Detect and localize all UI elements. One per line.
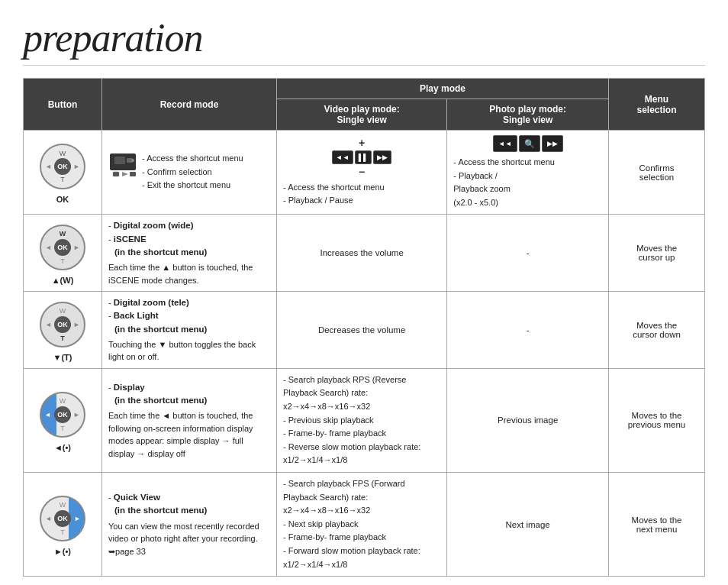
video-cell-w: Increases the volume: [277, 215, 447, 292]
button-cell-t: W T ◄ ► OK ▼(T): [24, 292, 102, 369]
photo-cell-left: Previous image: [447, 368, 609, 472]
col-header-video: Video play mode: Single view: [277, 99, 447, 131]
photo-text-left: Previous image: [498, 415, 558, 425]
video-cell-left: Search playback RPS (Reverse Playback Se…: [277, 368, 447, 472]
record-cell-ok: Access the shortcut menu Confirm selecti…: [102, 131, 277, 215]
record-item: Exit the shortcut menu: [142, 179, 270, 192]
photo-text-right: Next image: [506, 520, 550, 529]
svg-rect-4: [113, 172, 119, 176]
photo-ctrl-zoom-icon: 🔍: [519, 135, 540, 152]
record-text-t: - Digital zoom (tele) - Back Light (in t…: [108, 296, 270, 364]
svg-rect-1: [114, 157, 125, 164]
w-button-icon: W T ◄ ► OK: [40, 225, 85, 270]
table-row: W T ◄ ► OK ▲(W) - Digital zoom (wide) - …: [24, 215, 705, 292]
main-table: Button Record mode Play mode Menu select…: [23, 78, 705, 577]
photo-text-w: -: [527, 248, 530, 257]
button-cell-left: W T ◄ ► OK ◄(•): [24, 368, 102, 472]
button-cell-ok: W T ◄ ► OK OK: [24, 131, 102, 215]
photo-cell-t: -: [447, 292, 609, 369]
record-cell-t: - Digital zoom (tele) - Back Light (in t…: [102, 292, 277, 369]
record-text-ok: Access the shortcut menu Confirm selecti…: [142, 152, 270, 192]
record-cell-right: - Quick View (in the shortcut menu) You …: [102, 473, 277, 577]
svg-rect-6: [130, 172, 136, 176]
video-text-w: Increases the volume: [320, 248, 403, 257]
photo-text-t: -: [527, 325, 530, 335]
menu-text-w: Moves thecursor up: [609, 215, 705, 292]
record-item: Confirm selection: [142, 166, 270, 179]
video-text-t: Decreases the volume: [318, 325, 405, 335]
table-row: W T ◄ ► OK ◄(•) - Display (in the shortc…: [24, 368, 705, 472]
video-cell-right: Search playback FPS (Forward Playback Se…: [277, 473, 447, 577]
col-header-photo: Photo play mode: Single view: [447, 99, 609, 131]
button-cell-w: W T ◄ ► OK ▲(W): [24, 215, 102, 292]
photo-cell-ok: ◄◄ 🔍 ▶▶ Access the shortcut menu Playbac…: [447, 131, 609, 215]
record-item: Access the shortcut menu: [142, 152, 270, 166]
record-text-left: - Display (in the shortcut menu) Each ti…: [108, 381, 270, 461]
photo-ctrl-prev-icon: ◄◄: [493, 135, 517, 152]
col-header-button: Button: [24, 79, 102, 131]
col-header-menu: Menu selection: [609, 79, 705, 131]
table-row: W T ◄ ► OK OK: [24, 131, 705, 215]
menu-text-left: Moves to theprevious menu: [609, 368, 705, 472]
menu-text-right: Moves to thenext menu: [609, 473, 705, 577]
page-title: preparation: [23, 15, 705, 66]
svg-point-3: [131, 159, 134, 162]
photo-cell-w: -: [447, 215, 609, 292]
record-text-right: - Quick View (in the shortcut menu) You …: [108, 491, 270, 558]
button-cell-right: W T ◄ ► OK ►(•): [24, 473, 102, 577]
menu-text-ok: Confirmsselection: [609, 131, 705, 215]
left-label: ◄(•): [54, 443, 71, 452]
video-list-right: Search playback FPS (Forward Playback Se…: [283, 477, 440, 571]
t-button-icon: W T ◄ ► OK: [40, 302, 85, 347]
svg-marker-5: [122, 172, 128, 176]
video-cell-t: Decreases the volume: [277, 292, 447, 369]
video-ctrl-prev-icon: ◄◄: [332, 150, 353, 164]
video-list-left: Search playback RPS (Reverse Playback Se…: [283, 373, 440, 467]
col-header-record: Record mode: [102, 79, 277, 131]
left-button-icon: W T ◄ ► OK: [40, 392, 85, 438]
ok-label: OK: [56, 195, 69, 204]
menu-text-t: Moves thecursor down: [609, 292, 705, 369]
table-row: W T ◄ ► OK ►(•) - Quick View (in the sho…: [24, 473, 705, 577]
video-cell-ok: + ◄◄ ▌▌ ▶▶ − Access the shortcut menu Pl…: [277, 131, 447, 215]
photo-cell-right: Next image: [447, 473, 609, 577]
photo-ctrl-next-icon: ▶▶: [542, 135, 563, 152]
video-ctrl-play-icon: ▌▌: [355, 150, 372, 164]
video-ctrl-next-icon: ▶▶: [373, 150, 391, 164]
record-device-icon: [108, 152, 137, 190]
t-label: ▼(T): [53, 353, 72, 362]
right-button-icon: W T ◄ ► OK: [40, 496, 85, 541]
photo-text-ok: Access the shortcut menu Playback /Playb…: [453, 156, 602, 209]
w-label: ▲(W): [52, 276, 74, 285]
right-label: ►(•): [54, 547, 71, 556]
record-cell-left: - Display (in the shortcut menu) Each ti…: [102, 368, 277, 472]
play-mode-header: Play mode: [277, 79, 609, 99]
record-text-w: - Digital zoom (wide) - iSCENE (in the s…: [108, 219, 270, 286]
video-text-ok: Access the shortcut menu Playback / Paus…: [283, 181, 440, 208]
ok-button-icon: W T ◄ ► OK: [40, 144, 85, 189]
record-cell-w: - Digital zoom (wide) - iSCENE (in the s…: [102, 215, 277, 292]
table-row: W T ◄ ► OK ▼(T) - Digital zoom (tele) - …: [24, 292, 705, 369]
